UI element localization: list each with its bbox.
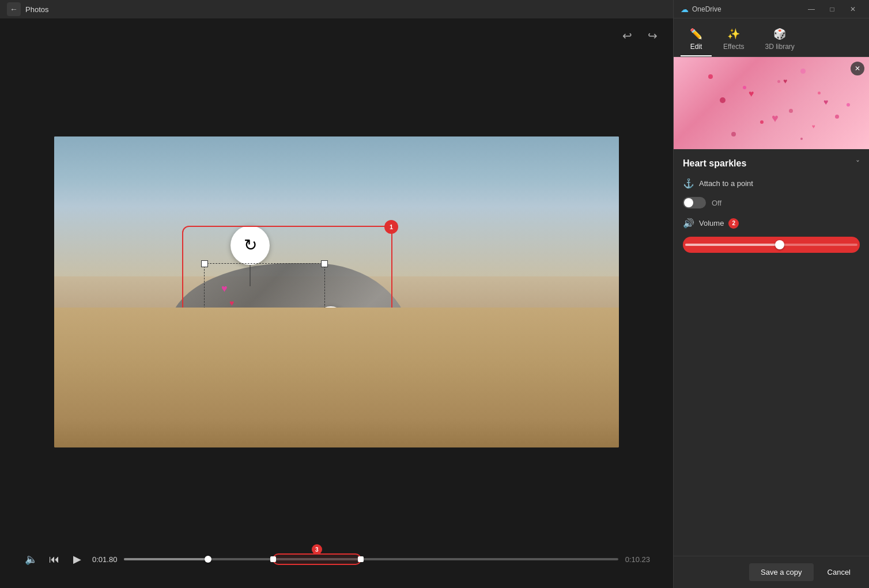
onedrive-icon: ☁ — [681, 5, 689, 14]
maximize-button[interactable]: □ — [823, 1, 841, 17]
hearts-overlay: ♥ ♥ ♥ ♥ — [221, 280, 236, 323]
back-button[interactable]: ← — [7, 2, 21, 16]
timeline-track[interactable]: 3 — [124, 558, 618, 560]
anchor-icon: ⚓ — [683, 178, 694, 189]
handle-bl[interactable] — [201, 371, 208, 378]
playback-row: 🔈 ⏮ ▶ 0:01.80 3 — [23, 551, 650, 567]
volume-row: 🔊 Volume 2 — [683, 218, 860, 229]
toggle-label: Off — [712, 199, 721, 207]
effect-close-button[interactable]: ✕ — [851, 62, 864, 75]
tab-edit[interactable]: ✏️ Edit — [681, 23, 712, 56]
panel-content: ♥ ♥ ♥ ♥ ♥ ✕ Heart sparkles ˅ ⚓ — [674, 57, 869, 556]
tabs-row: ✏️ Edit ✨ Effects 🎲 3D library — [674, 18, 869, 57]
save-copy-button[interactable]: Save a copy — [749, 563, 814, 581]
volume-badge: 2 — [728, 218, 739, 229]
timeline-container[interactable]: 3 — [124, 552, 618, 566]
attach-row[interactable]: ⚓ Attach to a point — [683, 178, 860, 189]
rotate-bottom-handle[interactable]: ↻ — [231, 393, 270, 432]
close-button[interactable]: ✕ — [844, 1, 862, 17]
right-panel: ☁ OneDrive — □ ✕ ✏️ Edit ✨ Effects 🎲 3D … — [673, 0, 869, 588]
bottom-controls: 🔈 ⏮ ▶ 0:01.80 3 — [0, 530, 673, 588]
volume-filled — [685, 244, 780, 246]
panel-footer: Save a copy Cancel — [674, 556, 869, 588]
sparkle-dots: ♥ ♥ ♥ ♥ ♥ — [674, 57, 869, 149]
selection-box: 1 — [182, 226, 392, 442]
tab-effects[interactable]: ✨ Effects — [714, 23, 753, 56]
effects-tab-icon: ✨ — [727, 28, 740, 40]
minimize-button[interactable]: — — [802, 1, 821, 17]
title-bar: ← Photos — [0, 0, 673, 18]
volume-thumb[interactable] — [775, 240, 784, 249]
toggle-knob — [684, 198, 693, 207]
collapse-icon[interactable]: ˅ — [856, 159, 860, 168]
play-button[interactable]: ▶ — [69, 551, 85, 567]
effects-tab-label: Effects — [723, 43, 744, 51]
edit-tab-icon: ✏️ — [690, 28, 702, 40]
handle-br[interactable] — [321, 371, 328, 378]
video-background: ♥ ♥ ♥ ♥ ↻ — [54, 136, 619, 447]
total-time: 0:10.23 — [625, 555, 650, 564]
seal-silhouette — [169, 263, 411, 424]
volume-track — [685, 244, 857, 246]
timeline-selection-badge: 3 — [312, 544, 322, 555]
3d-tab-icon: 🎲 — [773, 28, 786, 40]
volume-toggle-button[interactable]: 🔈 — [23, 551, 39, 567]
handle-tl[interactable] — [201, 260, 208, 267]
edit-tab-label: Edit — [690, 43, 702, 51]
cancel-button[interactable]: Cancel — [818, 563, 860, 581]
rotate-top-handle[interactable]: ↻ — [231, 226, 270, 265]
app-title: Photos — [25, 5, 48, 14]
volume-label: Volume — [699, 219, 724, 227]
canvas-wrapper: ♥ ♥ ♥ ♥ ↻ — [0, 53, 673, 530]
connector-line — [250, 265, 251, 286]
video-canvas[interactable]: ♥ ♥ ♥ ♥ ↻ — [54, 136, 619, 447]
redo-button[interactable]: ↪ — [643, 26, 662, 45]
timeline-selection[interactable]: 3 — [273, 553, 361, 565]
selection-right-handle[interactable] — [358, 556, 364, 562]
3d-tab-label: 3D library — [765, 43, 794, 51]
selection-left-handle[interactable] — [270, 556, 276, 562]
tab-3dlibrary[interactable]: 🎲 3D library — [755, 23, 803, 56]
attach-label: Attach to a point — [699, 179, 753, 188]
effect-title: Heart sparkles — [683, 158, 746, 169]
onedrive-bar: ☁ OneDrive — □ ✕ — [674, 0, 869, 18]
selection-badge: 1 — [384, 220, 398, 234]
current-time: 0:01.80 — [92, 555, 117, 564]
undo-button[interactable]: ↩ — [618, 26, 636, 45]
effect-title-row: Heart sparkles ˅ — [683, 158, 860, 169]
timeline-thumb[interactable] — [205, 556, 211, 563]
rotate-mid-handle[interactable]: ↺ — [314, 306, 347, 340]
close-icon: ✕ — [855, 65, 860, 73]
prev-button[interactable]: ⏮ — [46, 551, 62, 567]
effect-preview: ♥ ♥ ♥ ♥ ♥ ✕ — [674, 57, 869, 149]
volume-speaker-icon: 🔊 — [683, 218, 694, 229]
toggle-switch[interactable] — [683, 197, 706, 208]
volume-slider-container[interactable] — [683, 237, 860, 253]
toggle-row: Off — [683, 197, 860, 208]
toolbar: ↩ ↪ — [0, 18, 673, 53]
onedrive-label: OneDrive — [692, 5, 721, 13]
effect-info: Heart sparkles ˅ ⚓ Attach to a point Off — [674, 149, 869, 262]
volume-icon: 🔈 — [25, 553, 37, 566]
timeline-filled — [124, 558, 208, 560]
